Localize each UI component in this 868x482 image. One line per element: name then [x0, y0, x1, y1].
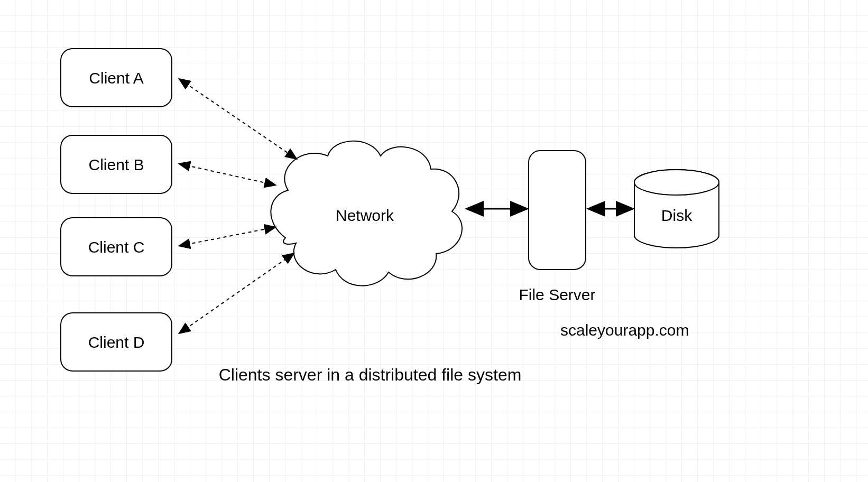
client-a-node: Client A	[61, 49, 172, 107]
connector-client-d	[180, 254, 293, 333]
network-label: Network	[336, 207, 394, 224]
client-d-node: Client D	[61, 313, 172, 371]
network-cloud-node: Network	[271, 141, 462, 286]
disk-node: Disk	[634, 170, 719, 248]
client-c-label: Client C	[88, 238, 145, 256]
client-d-label: Client D	[88, 333, 145, 351]
diagram-canvas: Client A Client B Client C Client D Netw…	[0, 0, 868, 482]
svg-rect-6	[529, 151, 586, 270]
watermark: scaleyourapp.com	[560, 321, 689, 339]
diagram-caption: Clients server in a distributed file sys…	[219, 365, 522, 384]
file-server-node: File Server	[519, 151, 595, 303]
connector-client-c	[180, 227, 275, 246]
connector-client-a	[180, 79, 296, 159]
file-server-label: File Server	[519, 286, 595, 303]
svg-point-8	[634, 170, 719, 195]
client-b-label: Client B	[88, 156, 144, 173]
connector-client-b	[180, 164, 275, 185]
disk-label: Disk	[661, 207, 692, 224]
client-b-node: Client B	[61, 135, 172, 193]
client-a-label: Client A	[89, 69, 143, 87]
client-c-node: Client C	[61, 218, 172, 276]
